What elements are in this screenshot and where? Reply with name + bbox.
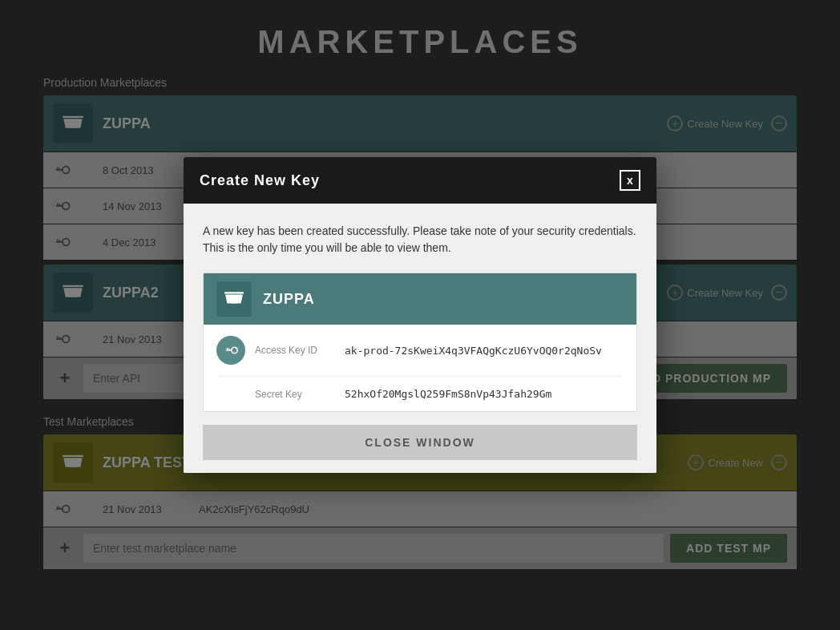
svg-rect-23 xyxy=(232,300,237,303)
create-key-modal: Create New Key x A new key has been crea… xyxy=(184,157,656,473)
modal-key-section: Access Key ID ak-prod-72sKweiX4q3VFAQgKc… xyxy=(204,325,636,411)
svg-rect-27 xyxy=(228,349,230,350)
modal-key-svg xyxy=(224,345,238,355)
svg-rect-26 xyxy=(227,348,228,349)
modal-access-key-row: Access Key ID ak-prod-72sKweiX4q3VFAQgKc… xyxy=(216,325,624,377)
modal-access-key-label: Access Key ID xyxy=(255,345,335,356)
modal-close-button[interactable]: x xyxy=(620,170,640,191)
modal-title: Create New Key xyxy=(200,172,320,189)
modal-mp-icon xyxy=(216,281,252,317)
modal-body: A new key has been created successfully.… xyxy=(184,204,656,412)
modal-header: Create New Key x xyxy=(184,157,656,204)
modal-mp-name: Zuppa xyxy=(263,291,315,308)
modal-secret-key-row: Secret Key 52hxOf20MgslQ259FmS8nVp43Jfah… xyxy=(216,377,624,411)
modal-mp-header: Zuppa xyxy=(204,273,636,325)
modal-overlay[interactable]: Create New Key x A new key has been crea… xyxy=(0,0,840,630)
svg-rect-25 xyxy=(226,349,232,351)
modal-message: A new key has been created successfully.… xyxy=(203,223,637,256)
modal-footer: CLOSE WINDOW xyxy=(184,412,656,473)
modal-key-icon-access xyxy=(216,336,245,365)
modal-access-key-value: ak-prod-72sKweiX4q3VFAQgKczU6YvOQ0r2qNoS… xyxy=(345,345,602,357)
modal-marketplace-card: Zuppa Access Key ID ak- xyxy=(203,273,637,412)
svg-point-24 xyxy=(232,347,238,353)
modal-secret-key-label: Secret Key xyxy=(255,389,335,400)
close-window-button[interactable]: CLOSE WINDOW xyxy=(203,425,637,460)
modal-store-icon xyxy=(224,289,244,309)
modal-secret-key-value: 52hxOf20MgslQ259FmS8nVp43Jfah29Gm xyxy=(345,388,551,400)
